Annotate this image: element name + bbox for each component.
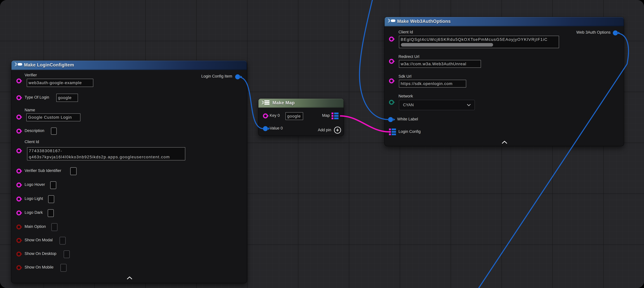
pin-label: Show On Mobile: [24, 265, 54, 269]
pin-label: Sdk Url: [398, 74, 412, 79]
pin-label: Verifier: [24, 73, 37, 77]
pin-map-output[interactable]: [332, 112, 339, 120]
pin-client-id[interactable]: [389, 37, 394, 42]
pin-label: Name: [24, 108, 35, 112]
client-id-input[interactable]: 774338308167-q463s7kpvja16l4l0kko3nb925i…: [27, 147, 185, 160]
node-header[interactable]: ↘↗ Make LoginConfigItem: [12, 61, 247, 70]
network-dropdown[interactable]: CYAN: [399, 100, 475, 110]
pin-label: White Label: [397, 117, 418, 121]
pin-label: Show On Modal: [24, 238, 53, 242]
verifier-input[interactable]: [27, 79, 93, 87]
pin-label: Redirect Url: [398, 55, 420, 59]
pin-label: Logo Hover: [24, 182, 45, 187]
node-title: Make Map: [272, 100, 295, 106]
make-struct-icon: ↘↗: [14, 62, 22, 67]
node-title: Make LoginConfigItem: [24, 62, 74, 68]
logo-light-textbox[interactable]: [48, 195, 54, 203]
show-on-desktop-checkbox[interactable]: [64, 250, 70, 258]
node-make-loginconfigitem[interactable]: ↘↗ Make LoginConfigItem Login Config Ite…: [12, 61, 247, 283]
wire-map-to-login-config[interactable]: [340, 116, 390, 132]
pin-redirect-url[interactable]: [389, 59, 394, 64]
pin-value0[interactable]: [263, 126, 268, 131]
node-header[interactable]: ↘↗ Make Web3AuthOptions: [384, 17, 624, 26]
pin-label: Client Id: [24, 140, 39, 144]
output-pin-label: Login Config Item: [201, 74, 232, 79]
pin-description[interactable]: [16, 129, 21, 134]
pin-label: Show On Desktop: [24, 251, 56, 256]
verifier-sub-identifier-textbox[interactable]: [70, 167, 76, 175]
pin-logo-dark[interactable]: [16, 210, 21, 215]
pin-label: Verifier Sub Identifier: [24, 168, 61, 173]
blueprint-graph-canvas[interactable]: ↘↗ Make LoginConfigItem Login Config Ite…: [0, 0, 644, 288]
pin-label: Type Of Login: [24, 95, 49, 100]
pin-web3auth-options-output[interactable]: [613, 31, 618, 36]
add-pin-button[interactable]: +: [334, 127, 341, 134]
description-textbox[interactable]: [51, 127, 57, 135]
node-header[interactable]: ↘↗ Make Map: [258, 99, 344, 108]
pin-network[interactable]: [389, 100, 394, 105]
pin-label: Key 0: [270, 113, 280, 118]
pin-label: Client Id: [398, 30, 413, 34]
redirect-url-input[interactable]: [399, 60, 481, 68]
pin-label: Login Config: [398, 129, 421, 134]
collapse-node-button[interactable]: [126, 276, 133, 280]
horizontal-scrollbar[interactable]: [401, 43, 493, 47]
pin-key0[interactable]: [263, 113, 268, 118]
add-pin-label: Add pin: [318, 128, 331, 132]
logo-dark-textbox[interactable]: [48, 209, 54, 217]
pin-label: Network: [398, 94, 413, 99]
pin-logo-hover[interactable]: [16, 182, 21, 187]
make-map-icon: ↘↗: [261, 100, 270, 105]
make-struct-icon: ↘↗: [388, 19, 396, 23]
node-title: Make Web3AuthOptions: [397, 19, 451, 24]
collapse-node-button[interactable]: [501, 140, 508, 144]
pin-sdk-url[interactable]: [389, 78, 394, 83]
pin-verifier-sub-identifier[interactable]: [16, 169, 21, 174]
pin-show-on-desktop[interactable]: [16, 251, 21, 256]
logo-hover-textbox[interactable]: [50, 181, 56, 189]
pin-client-id[interactable]: [16, 148, 21, 153]
pin-show-on-mobile[interactable]: [16, 265, 21, 270]
pin-label: Logo Light: [24, 196, 43, 201]
chevron-up-icon: [502, 140, 508, 144]
show-on-modal-checkbox[interactable]: [60, 237, 66, 244]
pin-label: Logo Dark: [24, 210, 43, 215]
pin-verifier[interactable]: [16, 78, 21, 83]
pin-label: Value 0: [270, 126, 283, 131]
output-pin-label: Map: [322, 113, 330, 118]
show-on-mobile-checkbox[interactable]: [60, 264, 66, 272]
sdk-url-input[interactable]: [399, 80, 466, 88]
key0-input[interactable]: [286, 112, 303, 120]
type-of-login-input[interactable]: [56, 94, 78, 102]
pin-logo-light[interactable]: [16, 196, 21, 201]
name-input[interactable]: [26, 113, 80, 121]
pin-white-label[interactable]: [388, 117, 393, 122]
pin-show-on-modal[interactable]: [16, 238, 21, 243]
network-selected-value: CYAN: [403, 103, 414, 107]
pin-name[interactable]: [16, 115, 21, 120]
pin-main-option[interactable]: [16, 224, 21, 229]
main-option-checkbox[interactable]: [51, 223, 58, 231]
chevron-down-icon: [467, 104, 471, 106]
client-id-text: BEglQSgt4cUWcj6SKRdu5QkOXTsePmMcusG5EAoy…: [401, 37, 548, 42]
output-pin-label: Web 3Auth Options: [576, 30, 610, 35]
chevron-up-icon: [126, 276, 133, 280]
pin-label: Description: [24, 129, 44, 133]
node-make-map[interactable]: ↘↗ Make Map Key 0 Map Value 0 Add pin +: [258, 99, 344, 136]
pin-login-config[interactable]: [389, 128, 396, 136]
node-make-web3authoptions[interactable]: ↘↗ Make Web3AuthOptions Web 3Auth Option…: [384, 17, 624, 146]
pin-login-config-item-output[interactable]: [235, 74, 240, 79]
client-id-input[interactable]: BEglQSgt4cUWcj6SKRdu5QkOXTsePmMcusG5EAoy…: [399, 36, 559, 48]
pin-type-of-login[interactable]: [16, 95, 21, 100]
pin-label: Main Option: [24, 224, 46, 229]
wire-white-label-input[interactable]: [360, 0, 389, 120]
